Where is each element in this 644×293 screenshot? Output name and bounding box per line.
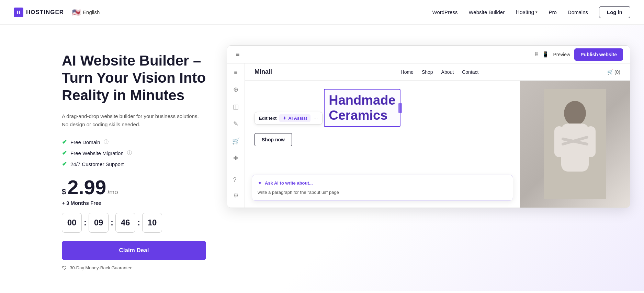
timer-frames: 10 [142, 213, 162, 233]
site-logo: Minali [255, 68, 272, 75]
feature-migration-text: Free Website Migration [70, 150, 124, 156]
hero-content: AI Website Builder – Turn Your Vision In… [62, 45, 206, 271]
guarantee-text: 30-Day Money-Back Guarantee [70, 265, 133, 270]
builder-canvas: Minali Home Shop About Contact 🛒 (0) [245, 63, 630, 208]
logo-icon: H [14, 8, 23, 17]
shield-icon: 🛡 [62, 265, 67, 271]
login-button[interactable]: Log in [599, 6, 630, 18]
timer-sep-3: : [137, 218, 140, 227]
desktop-icon[interactable]: 🖥 [534, 51, 539, 58]
timer-seconds: 46 [115, 213, 135, 233]
claim-deal-button[interactable]: Claim Deal [62, 241, 206, 260]
price-amount: 2.99 [67, 177, 106, 197]
sidebar-menu-icon[interactable]: ≡ [233, 68, 239, 78]
price-period: /mo [108, 189, 118, 196]
hosting-label: Hosting [516, 9, 534, 15]
site-nav: Minali Home Shop About Contact 🛒 (0) [245, 63, 630, 81]
builder-toolbar: ≡ 🖥 📱 Preview Publish website [227, 46, 630, 63]
hero-features: ✔ Free Domain ⓘ ✔ Free Website Migration… [62, 138, 206, 168]
site-nav-shop[interactable]: Shop [422, 69, 433, 75]
edit-toolbar: Edit text ✦ AI Assist ··· [255, 112, 323, 125]
money-back-guarantee: 🛡 30-Day Money-Back Guarantee [62, 265, 206, 271]
hero-section: AI Website Builder – Turn Your Vision In… [0, 25, 644, 291]
site-nav-links: Home Shop About Contact [401, 69, 479, 75]
timer-hours: 00 [62, 213, 82, 233]
nav-hosting[interactable]: Hosting ▾ [516, 9, 538, 15]
language-label: English [83, 9, 100, 15]
svg-point-1 [564, 101, 586, 126]
sidebar-settings-icon[interactable]: ⚙ [232, 190, 240, 201]
editable-heading-box[interactable]: Handmade Ceramics [324, 89, 400, 127]
logo[interactable]: H HOSTINGER [14, 8, 64, 17]
info-icon[interactable]: ⓘ [104, 139, 109, 145]
sidebar-plus-icon[interactable]: ✚ [232, 153, 240, 163]
canvas-hero-section: Edit text ✦ AI Assist ··· Handmad [245, 81, 630, 208]
nav-website-builder[interactable]: Website Builder [468, 9, 505, 15]
feature-support-text: 24/7 Customer Support [70, 161, 124, 167]
builder-window: ≡ 🖥 📱 Preview Publish website ≡ ⊕ [227, 45, 630, 208]
timer-minutes: 09 [89, 213, 109, 233]
main-nav: H HOSTINGER 🇺🇸 English WordPress Website… [0, 0, 644, 25]
info-icon[interactable]: ⓘ [127, 150, 132, 156]
toolbar-left: ≡ [234, 49, 242, 60]
site-nav-contact[interactable]: Contact [462, 69, 478, 75]
feature-support: ✔ 24/7 Customer Support [62, 160, 206, 168]
countdown-timer: 00 : 09 : 46 : 10 [62, 213, 206, 233]
chevron-down-icon: ▾ [535, 10, 538, 14]
feature-domain: ✔ Free Domain ⓘ [62, 138, 206, 146]
ai-assist-label: AI Assist [288, 116, 307, 121]
sidebar-edit-icon[interactable]: ✎ [232, 119, 240, 129]
price-display: $ 2.99 /mo [62, 177, 206, 197]
canvas-hero-content: Edit text ✦ AI Assist ··· Handmad [245, 81, 520, 208]
toolbar-right: 🖥 📱 Preview Publish website [534, 48, 623, 61]
sidebar-help-icon[interactable]: ? [232, 175, 240, 185]
ai-assist-button[interactable]: ✦ AI Assist [279, 114, 310, 122]
sidebar-layers-icon[interactable]: ◫ [231, 102, 240, 112]
site-heading: Handmade Ceramics [329, 93, 395, 123]
more-options-button[interactable]: ··· [313, 115, 318, 121]
edit-text-button[interactable]: Edit text [259, 116, 276, 121]
heading-line2: Ceramics [329, 108, 387, 122]
check-icon: ✔ [62, 149, 67, 157]
hero-subtitle: A drag-and-drop website builder for your… [62, 112, 206, 129]
nav-wordpress[interactable]: WordPress [432, 9, 458, 15]
builder-body: ≡ ⊕ ◫ ✎ 🛒 ✚ ? ⚙ Minali [227, 63, 630, 208]
nav-links: WordPress Website Builder Hosting ▾ Pro … [432, 6, 630, 18]
nav-pro[interactable]: Pro [549, 9, 556, 15]
sidebar-bottom: ? ⚙ [232, 175, 240, 203]
flag-icon: 🇺🇸 [72, 8, 81, 16]
sparkle-icon: ✦ [283, 116, 286, 121]
mobile-icon[interactable]: 📱 [542, 51, 549, 58]
sidebar-add-icon[interactable]: ⊕ [232, 84, 240, 95]
person-image [520, 81, 630, 208]
hero-image [520, 81, 630, 208]
builder-sidebar: ≡ ⊕ ◫ ✎ 🛒 ✚ ? ⚙ [227, 63, 245, 208]
site-nav-about[interactable]: About [441, 69, 454, 75]
publish-button[interactable]: Publish website [574, 48, 623, 61]
language-selector[interactable]: 🇺🇸 English [72, 8, 100, 16]
check-icon: ✔ [62, 138, 67, 146]
feature-domain-text: Free Domain [70, 139, 100, 145]
sidebar-cart-icon[interactable]: 🛒 [231, 136, 241, 146]
check-icon: ✔ [62, 160, 67, 168]
timer-sep-2: : [111, 218, 113, 227]
hamburger-icon[interactable]: ≡ [234, 49, 242, 60]
heading-line1: Handmade [329, 93, 395, 107]
logo-text: HOSTINGER [26, 9, 64, 16]
shop-now-button[interactable]: Shop now [255, 133, 292, 146]
resize-handle[interactable] [398, 103, 402, 113]
site-nav-home[interactable]: Home [401, 69, 414, 75]
hero-title: AI Website Builder – Turn Your Vision In… [62, 52, 206, 104]
price-bonus: + 3 Months Free [62, 200, 206, 206]
feature-migration: ✔ Free Website Migration ⓘ [62, 149, 206, 157]
svg-rect-2 [561, 124, 589, 172]
svg-rect-4 [586, 126, 596, 157]
timer-sep-1: : [84, 218, 87, 227]
price-dollar: $ [62, 187, 66, 196]
site-cart[interactable]: 🛒 (0) [607, 69, 620, 75]
nav-domains[interactable]: Domains [568, 9, 588, 15]
device-icons: 🖥 📱 [534, 51, 549, 58]
preview-button[interactable]: Preview [553, 52, 570, 57]
builder-preview: ≡ 🖥 📱 Preview Publish website ≡ ⊕ [227, 45, 630, 208]
svg-rect-3 [554, 126, 564, 157]
